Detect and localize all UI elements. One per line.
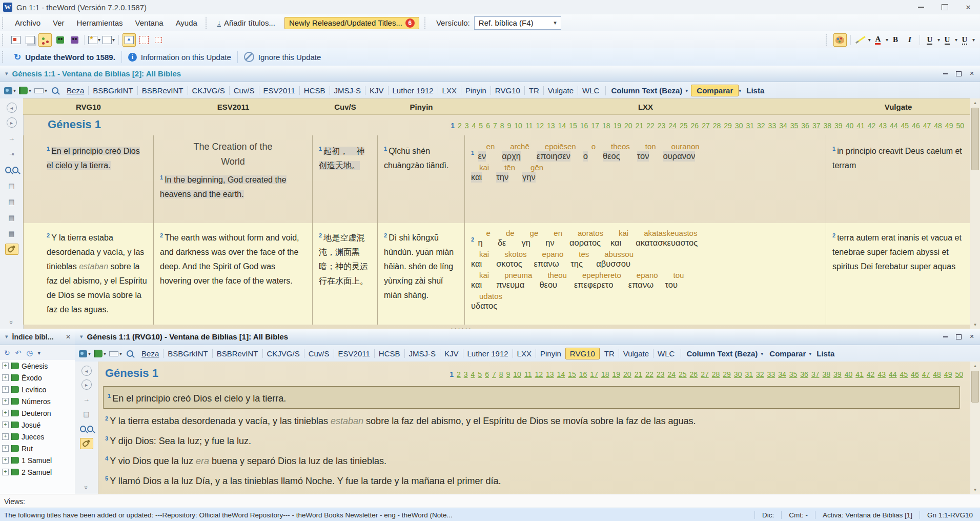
menu-item[interactable]: Ventana <box>129 18 170 27</box>
verse-number-link[interactable]: 42 <box>867 370 875 378</box>
book-list-item[interactable]: + Números <box>0 395 75 407</box>
verse-number-link[interactable]: 36 <box>800 370 808 378</box>
bible-version-tab[interactable]: KJV <box>440 349 463 358</box>
verse-number-link[interactable]: 11 <box>525 122 533 130</box>
verse-number-link[interactable]: 20 <box>624 122 632 130</box>
verse-number-link[interactable]: 19 <box>614 122 622 130</box>
menu-item[interactable]: Herramientas <box>71 18 129 27</box>
verse-number-link[interactable]: 9 <box>506 370 511 378</box>
verse-cell-pinyin-v2[interactable]: 2Dì shì kōngxū hùndùn. yuān miàn hēiàn. … <box>378 223 465 325</box>
interlinear-word[interactable]: gēγη <box>522 229 539 248</box>
bible-version-tab[interactable]: RVG10 <box>565 348 600 359</box>
ignore-update-button[interactable]: Ignore this Update <box>258 53 321 62</box>
print-icon[interactable]: ▤ <box>80 408 93 419</box>
verse-number-link[interactable]: 17 <box>590 370 598 378</box>
bible-set-icon[interactable]: ▾ <box>4 87 16 94</box>
book-list-item[interactable]: + Deuteron <box>0 407 75 419</box>
verse-number-link[interactable]: 25 <box>679 370 687 378</box>
column-header-rvg10[interactable]: RVG10 <box>23 103 154 111</box>
dictionary-status[interactable]: Dic: <box>754 511 781 519</box>
collapsed-tabs-icon[interactable]: ▾ <box>109 351 122 356</box>
verse-number-link[interactable]: 47 <box>923 122 931 130</box>
verse-number-link[interactable]: 8 <box>499 370 503 378</box>
verse-number-link[interactable]: 27 <box>702 122 710 130</box>
chevron-down-icon[interactable]: ▾ <box>809 351 811 356</box>
verse-number-link[interactable]: 35 <box>790 122 799 130</box>
verse-number-link[interactable]: 36 <box>801 122 809 130</box>
bible-view-icon[interactable] <box>10 34 22 46</box>
verse-number-link[interactable]: 41 <box>855 370 864 378</box>
minimize-window-1-button[interactable] <box>941 333 949 340</box>
zoom-buttons[interactable] <box>5 164 18 175</box>
expand-icon[interactable]: + <box>2 433 9 440</box>
column-header-pinyin[interactable]: Pinyin <box>378 103 465 111</box>
book-list-item[interactable]: + 1 Samuel <box>0 454 75 466</box>
interlinear-word[interactable]: touτου <box>665 271 684 290</box>
comparar-button[interactable]: Comparar <box>766 349 809 358</box>
verse-number-link[interactable]: 43 <box>879 122 887 130</box>
column-text-dropdown[interactable]: Column Text (Beza) <box>608 86 685 95</box>
bible-version-tab[interactable]: RVG10 <box>491 86 524 95</box>
chevron-down-icon[interactable]: ▾ <box>886 37 888 43</box>
interlinear-word[interactable]: abussouαβυσσου <box>596 250 634 269</box>
verse-number-link[interactable]: 40 <box>846 122 854 130</box>
verse-number-link[interactable]: 25 <box>680 122 688 130</box>
verse-number-link[interactable]: 17 <box>591 122 599 130</box>
link-windows-button[interactable] <box>5 244 18 255</box>
verse-number-link[interactable]: 15 <box>569 122 577 130</box>
verse-number-link[interactable]: 28 <box>712 370 720 378</box>
verse-number-link[interactable]: 6 <box>486 122 490 130</box>
lista-button[interactable]: Lista <box>743 86 767 95</box>
add-titles-button[interactable]: Añadir títulos... <box>224 18 281 27</box>
verse-number-link[interactable]: 24 <box>667 370 676 378</box>
lista-button[interactable]: Lista <box>813 349 838 358</box>
goto-reference-button[interactable]: → <box>5 132 18 144</box>
verse-number-link[interactable]: 10 <box>514 122 522 130</box>
bible-version-tab[interactable]: LXX <box>438 86 461 95</box>
menu-item[interactable]: Archivo <box>9 18 47 27</box>
bible-version-tab[interactable]: BSBRevINT <box>137 86 188 95</box>
expand-icon[interactable]: + <box>2 457 9 464</box>
bible-version-tab[interactable]: Beza <box>63 86 88 95</box>
verse-cell-lxx-v2[interactable]: 2 ēηdeδεgēγηēnηνaoratosαορατοςkaiκαιakat… <box>465 223 826 325</box>
bible-version-tab[interactable]: Vulgate <box>619 349 653 358</box>
verse-cell-rvg10-v2[interactable]: 2Y la tierra estaba desordenada y vacía,… <box>23 223 154 325</box>
interlinear-word[interactable]: udatosυδατος <box>471 292 502 311</box>
interlinear-word[interactable]: pneumaπνευμα <box>496 271 532 290</box>
collapse-icon[interactable]: ▾ <box>80 333 83 340</box>
verse-number-link[interactable]: 14 <box>558 122 566 130</box>
book-select-icon[interactable]: ▾ <box>94 350 106 357</box>
color-palette-icon[interactable] <box>833 33 847 47</box>
minimize-window-2-button[interactable] <box>941 70 949 77</box>
book-select-icon[interactable]: ▾ <box>19 87 31 94</box>
verse[interactable]: 2Y la tierra estaba desordenada y vacía,… <box>103 411 964 429</box>
status-message[interactable]: The following titles have been added or … <box>0 511 754 519</box>
interlinear-word[interactable]: archēαρχη <box>502 143 529 162</box>
chevron-down-icon[interactable]: ▾ <box>761 351 763 356</box>
bible-version-tab[interactable]: TR <box>600 349 619 358</box>
verse-number-link[interactable]: 41 <box>856 122 865 130</box>
bible-version-tab[interactable]: TR <box>524 86 543 95</box>
column-header-cuvs[interactable]: Cuv/S <box>313 103 378 111</box>
bible-version-tab[interactable]: KJV <box>365 86 388 95</box>
verse-number-link[interactable]: 23 <box>657 370 665 378</box>
bible-window-1-header[interactable]: ▾ Génesis 1:1 (RVG10) - Ventana de Bibli… <box>75 329 980 345</box>
bible-version-tab[interactable]: WLC <box>653 349 679 358</box>
verse-number-link[interactable]: 2 <box>457 370 461 378</box>
verse-number-link[interactable]: 32 <box>756 370 764 378</box>
forward-button[interactable]: ▸ <box>81 379 92 390</box>
verse-number-link[interactable]: 13 <box>547 122 555 130</box>
page-list-icon[interactable]: ▤ <box>5 212 18 223</box>
interlinear-word[interactable]: akataskeuastosακατασκευαστος <box>636 229 698 248</box>
forward-button[interactable]: ▸ <box>7 117 17 128</box>
verse[interactable]: 3Y dijo Dios: Sea la luz; y fue la luz. <box>103 431 964 449</box>
expand-icon[interactable]: + <box>2 363 9 369</box>
interlinear-word[interactable]: aoratosαορατος <box>569 229 603 248</box>
restore-layout-icon[interactable] <box>138 34 150 46</box>
verse-number-link[interactable]: 39 <box>833 370 842 378</box>
newly-released-button[interactable]: Newly Released/Updated Titles... 6 <box>284 17 419 29</box>
window-2-scrollbar[interactable]: ▴ ▾ <box>970 98 980 329</box>
book-list-item[interactable]: + Jueces <box>0 431 75 443</box>
bible-version-tab[interactable]: Cuv/S <box>304 349 334 358</box>
page-icon[interactable]: ▤ <box>5 196 18 207</box>
